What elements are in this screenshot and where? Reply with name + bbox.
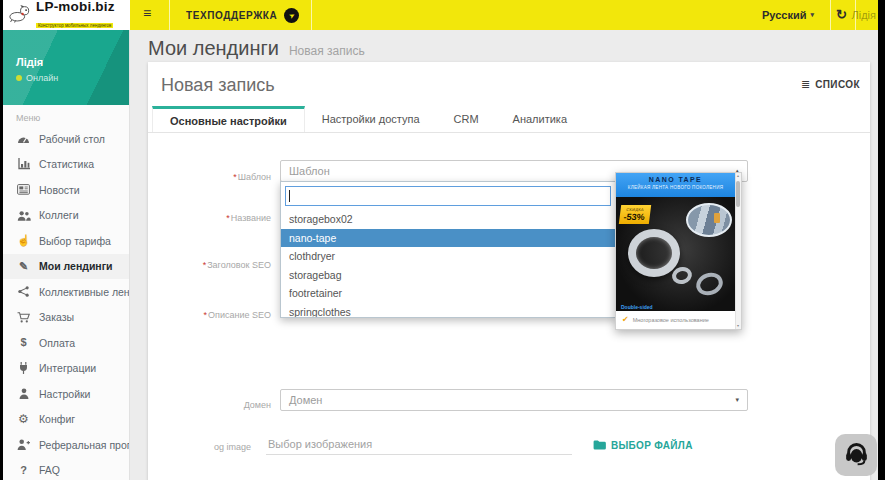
refresh-icon[interactable]: ↻ (836, 7, 847, 22)
sidebar-item-label: Рабочий стол (39, 133, 105, 145)
sidebar-item-settings[interactable]: Настройки (3, 381, 129, 407)
dropdown-option[interactable]: storagebox02 (281, 210, 615, 229)
tape-roll-small (693, 269, 726, 299)
preview-subtitle: КЛЕЙКАЯ ЛЕНТА НОВОГО ПОКОЛЕНИЯ (616, 184, 735, 191)
scroll-down-icon[interactable]: ▾ (735, 323, 741, 329)
sidebar-item-label: Заказы (39, 311, 74, 323)
topbar-divider (311, 0, 312, 30)
preview-feature-text: Многоразовое использование (633, 317, 709, 323)
hand-pointer-icon: ☝ (16, 235, 31, 246)
news-icon (16, 184, 31, 195)
dropdown-option[interactable]: clothdryer (281, 247, 615, 266)
sidebar-item-tariff[interactable]: ☝ Выбор тарифа (3, 228, 129, 254)
card-heading: Новая запись (161, 75, 275, 96)
page-header: Мои лендинги Новая запись (148, 37, 365, 60)
chevron-down-icon: ▾ (810, 11, 814, 19)
discount-value: -53% (623, 212, 645, 222)
language-label: Русский (762, 9, 806, 21)
online-status-label: Онлайн (26, 73, 58, 83)
dashboard-icon (16, 133, 31, 144)
user-plus-icon (16, 439, 31, 450)
sidebar-item-config[interactable]: ⚙ Конфиг (3, 407, 129, 433)
list-button[interactable]: ≣ СПИСОК (801, 79, 860, 90)
template-placeholder: Шаблон (289, 165, 330, 177)
check-icon: ✔ (622, 316, 629, 324)
topbar: LP-mobi.biz Конструктор мобильных лендин… (3, 0, 878, 30)
dropdown-option-list: storagebox02 nano-tape clothdryer storag… (281, 210, 615, 317)
template-preview-popup: NANO TAPE КЛЕЙКАЯ ЛЕНТА НОВОГО ПОКОЛЕНИЯ… (615, 172, 742, 330)
sidebar-item-dashboard[interactable]: Рабочий стол (3, 126, 129, 152)
name-label: Название (159, 213, 271, 223)
pen-icon: ✎ (16, 261, 31, 272)
dropdown-option-selected[interactable]: nano-tape (281, 229, 615, 248)
sidebar-item-colleagues[interactable]: Коллеги (3, 203, 129, 229)
sidebar-item-statistics[interactable]: Статистика (3, 152, 129, 178)
preview-scrollbar[interactable]: ▴ ▾ (735, 173, 741, 329)
template-preview: NANO TAPE КЛЕЙКАЯ ЛЕНТА НОВОГО ПОКОЛЕНИЯ… (616, 173, 735, 329)
file-picker-button[interactable]: ВЫБОР ФАЙЛА (593, 436, 693, 454)
scrollbar-thumb[interactable] (736, 181, 740, 207)
page-title: Мои лендинги (148, 37, 279, 60)
dropdown-search-input[interactable] (285, 186, 611, 206)
file-picker-label: ВЫБОР ФАЙЛА (611, 440, 693, 451)
sidebar-item-news[interactable]: Новости (3, 177, 129, 203)
sidebar-item-orders[interactable]: Заказы (3, 305, 129, 331)
topbar-username[interactable]: Лідія (852, 9, 876, 21)
brand-name: LP-mobi.biz (36, 0, 115, 13)
tab-bar: Основные настройки Настройки доступа CRM… (148, 106, 870, 133)
sidebar-item-label: Новости (39, 184, 80, 196)
preview-feature-row: ✔ Многоразовое использование (616, 311, 735, 329)
preview-title: NANO TAPE (616, 176, 735, 184)
folder-icon (593, 436, 606, 454)
chart-icon (16, 158, 31, 170)
scroll-up-icon[interactable]: ▴ (735, 173, 741, 179)
preview-header: NANO TAPE КЛЕЙКАЯ ЛЕНТА НОВОГО ПОКОЛЕНИЯ (616, 173, 735, 197)
dollar-icon: $ (16, 337, 31, 348)
sidebar-user-panel: Лідія Онлайн (3, 30, 129, 105)
hamburger-icon[interactable]: ≡ (143, 5, 151, 21)
tab-crm[interactable]: CRM (437, 106, 496, 132)
sidebar-item-faq[interactable]: ? FAQ (3, 458, 129, 480)
sidebar-item-label: Мои лендинги (39, 260, 113, 272)
preview-caption: Double-sided (621, 304, 653, 310)
users-icon (16, 210, 31, 221)
discount-badge: СКИДКА -53% (619, 205, 651, 224)
sidebar-item-my-landings[interactable]: ✎ Мои лендинги (3, 254, 129, 280)
template-dropdown: storagebox02 nano-tape clothdryer storag… (280, 181, 616, 318)
dropdown-option[interactable]: footretainer (281, 284, 615, 303)
headset-icon (843, 440, 870, 471)
user-icon (16, 388, 31, 399)
topbar-divider (169, 0, 170, 30)
dropdown-option[interactable]: springclothes (281, 303, 615, 318)
domain-select[interactable]: Домен ▾ (280, 389, 748, 411)
question-icon: ? (16, 465, 31, 476)
og-image-input[interactable] (266, 434, 572, 455)
sidebar: Лідія Онлайн Меню Рабочий стол Статистик… (3, 30, 130, 480)
sidebar-username: Лідія (16, 56, 43, 68)
domain-placeholder: Домен (289, 394, 322, 406)
tab-analytics[interactable]: Аналитика (496, 106, 584, 132)
sidebar-item-integrations[interactable]: Интеграции (3, 356, 129, 382)
tab-access-settings[interactable]: Настройки доступа (305, 106, 437, 132)
main-area: Мои лендинги Новая запись Новая запись ≣… (130, 30, 878, 480)
topbar-divider (830, 0, 831, 30)
sidebar-item-label: Оплата (39, 337, 75, 349)
language-selector[interactable]: Русский ▾ (762, 9, 814, 21)
form-card: Новая запись ≣ СПИСОК Основные настройки… (148, 62, 870, 480)
tape-roll-image (628, 229, 680, 277)
og-image-label: og image (159, 442, 251, 452)
seo-title-label: Заголовок SEO (159, 260, 271, 270)
support-chat-button[interactable] (835, 434, 877, 476)
sidebar-item-label: Настройки (39, 388, 91, 400)
sidebar-item-payment[interactable]: $ Оплата (3, 330, 129, 356)
tab-main-settings[interactable]: Основные настройки (152, 106, 305, 132)
support-link[interactable]: ТЕХПОДДЕРЖКА ➤ (186, 0, 299, 30)
sidebar-item-label: Выбор тарифа (39, 235, 111, 247)
list-icon: ≣ (801, 79, 810, 90)
sidebar-item-collective-landings[interactable]: Коллективные лендинги (3, 279, 129, 305)
cart-icon (16, 312, 31, 323)
dropdown-option[interactable]: storagebag (281, 266, 615, 285)
brand-logo[interactable]: LP-mobi.biz Конструктор мобильных лендин… (3, 0, 130, 30)
sidebar-item-label: Коллективные лендинги (39, 286, 129, 298)
sidebar-item-referral[interactable]: Реферальная программа (3, 432, 129, 458)
